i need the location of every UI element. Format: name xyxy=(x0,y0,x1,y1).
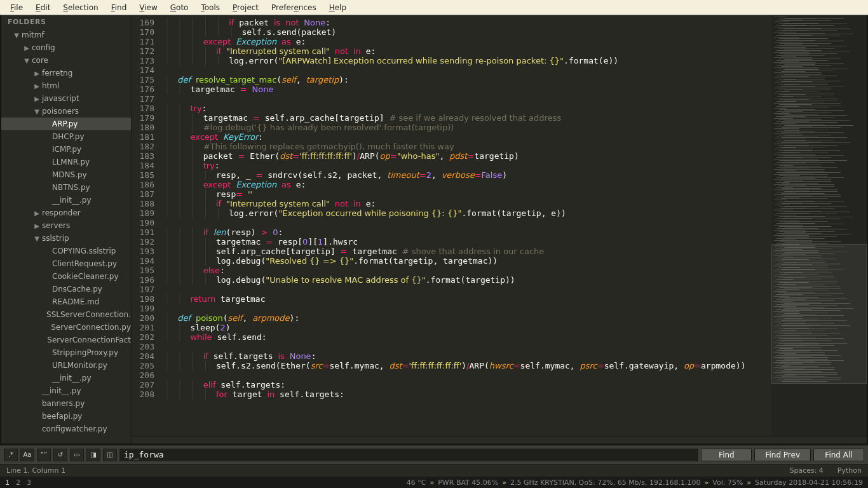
tree-label: COPYING.sslstrip xyxy=(52,247,116,255)
workspace-1[interactable]: 1 xyxy=(5,478,10,487)
file-arp-py[interactable]: ARP.py xyxy=(1,118,131,130)
tree-label: URLMonitor.py xyxy=(52,361,107,370)
file-dnscache-py[interactable]: DnsCache.py xyxy=(1,283,131,295)
menu-selection[interactable]: Selection xyxy=(57,2,104,13)
folder-config[interactable]: ▶config xyxy=(1,41,131,54)
tree-label: configwatcher.py xyxy=(42,424,107,433)
tree-label: servers xyxy=(42,221,70,230)
workspace-3[interactable]: 3 xyxy=(27,478,31,487)
tree-label: javascript xyxy=(42,94,79,103)
folder-ferretng[interactable]: ▶ferretng xyxy=(1,67,131,79)
folder-mitmf[interactable]: ▼mitmf xyxy=(1,29,131,41)
tree-label: MDNS.py xyxy=(52,170,87,179)
syntax-setting[interactable]: Python xyxy=(837,466,862,475)
menu-help[interactable]: Help xyxy=(323,2,353,13)
find-bar: .* Aa “” ↺ ▭ ◨ ◫ Find Find Prev Find All xyxy=(0,445,868,464)
tree-label: __init__.py xyxy=(42,386,81,395)
tree-label: html xyxy=(42,81,59,90)
cpu-net: 2.5 GHz KRYSTIAN, QoS: 72%, 65 Mb/s, 192… xyxy=(510,478,701,487)
chevron-down-icon: ▼ xyxy=(23,57,31,64)
find-all-button[interactable]: Find All xyxy=(813,449,864,461)
file-icmp-py[interactable]: ICMP.py xyxy=(1,143,131,156)
tree-label: SSLServerConnection. xyxy=(46,310,131,319)
battery: PWR BAT 45.06% xyxy=(438,478,498,487)
minimap[interactable] xyxy=(771,15,867,436)
tree-label: __init__.py xyxy=(52,196,92,205)
menu-view[interactable]: View xyxy=(133,2,163,13)
indent-setting[interactable]: Spaces: 4 xyxy=(789,466,823,475)
volume: Vol: 75% xyxy=(712,478,743,487)
folder-javascript[interactable]: ▶javascript xyxy=(1,92,131,105)
file-mdns-py[interactable]: MDNS.py xyxy=(1,168,131,181)
chevron-right-icon: ▶ xyxy=(33,95,41,102)
case-toggle[interactable]: Aa xyxy=(20,449,34,461)
tree-label: README.md xyxy=(52,297,99,306)
file-banners-py[interactable]: banners.py xyxy=(1,397,131,410)
whole-word-toggle[interactable]: “” xyxy=(37,449,51,461)
tree-label: sslstrip xyxy=(42,234,69,243)
tree-label: StrippingProxy.py xyxy=(52,348,118,357)
tree-label: poisoners xyxy=(42,107,79,116)
preserve-case-toggle[interactable]: ◫ xyxy=(103,449,117,461)
tree-label: responder xyxy=(42,208,81,217)
menu-tools[interactable]: Tools xyxy=(194,2,226,13)
file-strippingproxy-py[interactable]: StrippingProxy.py xyxy=(1,346,131,359)
wrap-toggle[interactable]: ↺ xyxy=(53,449,67,461)
folder-poisoners[interactable]: ▼poisoners xyxy=(1,105,131,118)
file-copying-sslstrip[interactable]: COPYING.sslstrip xyxy=(1,245,131,257)
file-dhcp-py[interactable]: DHCP.py xyxy=(1,130,131,143)
cursor-position: Line 1, Column 1 xyxy=(6,466,65,475)
find-prev-button[interactable]: Find Prev xyxy=(754,449,811,461)
file-clientrequest-py[interactable]: ClientRequest.py xyxy=(1,257,131,270)
file-__init__-py[interactable]: __init__.py xyxy=(1,372,131,384)
menu-project[interactable]: Project xyxy=(226,2,265,13)
file-urlmonitor-py[interactable]: URLMonitor.py xyxy=(1,359,131,372)
workspace-2[interactable]: 2 xyxy=(16,478,20,487)
tree-label: config xyxy=(32,43,55,52)
chevron-right-icon: ▶ xyxy=(33,222,41,229)
tree-label: ferretng xyxy=(42,69,72,78)
menu-preferences[interactable]: Preferences xyxy=(265,2,323,13)
folder-sslstrip[interactable]: ▼sslstrip xyxy=(1,232,131,245)
workspace-switcher[interactable]: 1 2 3 xyxy=(5,478,31,487)
chevron-right-icon: ▶ xyxy=(33,83,41,90)
tree-label: ICMP.py xyxy=(52,145,81,154)
file-serverconnection-py[interactable]: ServerConnection.py xyxy=(1,321,131,334)
chevron-right-icon: ▶ xyxy=(23,44,31,51)
folder-responder[interactable]: ▶responder xyxy=(1,207,131,219)
file-beefapi-py[interactable]: beefapi.py xyxy=(1,410,131,423)
sidebar-header: FOLDERS xyxy=(1,15,131,29)
file-configwatcher-py[interactable]: configwatcher.py xyxy=(1,423,131,435)
menu-bar: FileEditSelectionFindViewGotoToolsProjec… xyxy=(0,0,868,15)
folder-html[interactable]: ▶html xyxy=(1,79,131,92)
bottom-bar: 1 2 3 46 °C» PWR BAT 45.06%» 2.5 GHz KRY… xyxy=(0,477,868,488)
file-serverconnectionfact[interactable]: ServerConnectionFact xyxy=(1,334,131,346)
system-info: 46 °C» PWR BAT 45.06%» 2.5 GHz KRYSTIAN,… xyxy=(407,478,863,487)
code-content[interactable]: │ │ │ │ │ if packet is not None: │ │ │ │… xyxy=(161,15,771,436)
file-sslserverconnection-[interactable]: SSLServerConnection. xyxy=(1,308,131,321)
menu-edit[interactable]: Edit xyxy=(29,2,57,13)
menu-file[interactable]: File xyxy=(4,2,29,13)
file-nbtns-py[interactable]: NBTNS.py xyxy=(1,181,131,194)
horizontal-scrollbar[interactable] xyxy=(132,436,867,444)
highlight-toggle[interactable]: ◨ xyxy=(86,449,100,461)
menu-goto[interactable]: Goto xyxy=(164,2,195,13)
tree-label: DnsCache.py xyxy=(52,285,102,294)
tree-label: mitmf xyxy=(22,30,44,39)
code-area[interactable]: 169 170 171 172 173 174 175 176 177 178 … xyxy=(132,15,867,436)
find-input[interactable] xyxy=(119,449,698,461)
file-cookiecleaner-py[interactable]: CookieCleaner.py xyxy=(1,270,131,283)
find-button[interactable]: Find xyxy=(701,449,752,461)
file-__init__-py[interactable]: __init__.py xyxy=(1,194,131,207)
menu-find[interactable]: Find xyxy=(105,2,133,13)
tree-label: NBTNS.py xyxy=(52,183,90,192)
folder-servers[interactable]: ▶servers xyxy=(1,219,131,232)
file-llmnr-py[interactable]: LLMNR.py xyxy=(1,156,131,168)
folder-core[interactable]: ▼core xyxy=(1,54,131,67)
tree-label: banners.py xyxy=(42,399,85,408)
regex-toggle[interactable]: .* xyxy=(4,449,18,461)
in-selection-toggle[interactable]: ▭ xyxy=(70,449,84,461)
folder-tree[interactable]: ▼mitmf▶config▼core▶ferretng▶html▶javascr… xyxy=(1,29,131,444)
file-__init__-py[interactable]: __init__.py xyxy=(1,384,131,397)
file-readme-md[interactable]: README.md xyxy=(1,295,131,308)
